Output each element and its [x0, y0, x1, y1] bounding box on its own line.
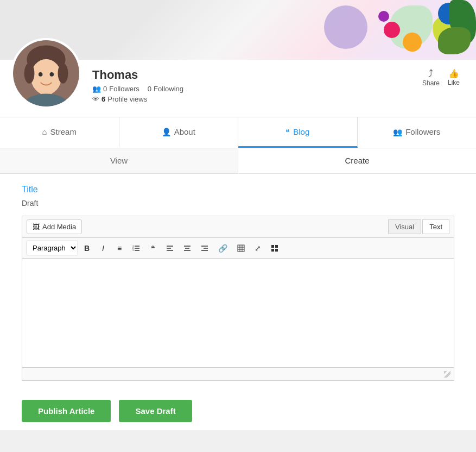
svg-rect-30	[275, 245, 278, 248]
quote-icon	[285, 127, 290, 136]
link-button[interactable]: 🔗	[214, 241, 232, 255]
followers-stat: 0 Followers	[92, 85, 139, 93]
publish-article-button[interactable]: Publish Article	[22, 400, 111, 422]
users-icon	[393, 127, 402, 136]
tab-followers[interactable]: Followers	[358, 117, 477, 148]
following-stat: 0 Following	[148, 85, 183, 93]
unordered-list-button[interactable]: ≡	[112, 241, 127, 255]
blockquote-button[interactable]: ❝	[145, 241, 161, 255]
svg-point-8	[58, 63, 68, 84]
svg-rect-32	[275, 249, 278, 252]
svg-point-5	[39, 72, 43, 77]
grid-button[interactable]	[266, 242, 283, 255]
resize-handle[interactable]	[444, 371, 450, 378]
content-area: Title Draft Add Media Visual Text	[0, 174, 476, 392]
ordered-list-button[interactable]: 123	[128, 242, 144, 255]
save-draft-label: Save Draft	[135, 406, 175, 416]
profile-actions: Share Like	[422, 68, 460, 87]
text-button[interactable]: Text	[422, 219, 449, 234]
share-button[interactable]: Share	[422, 68, 440, 87]
avatar	[11, 38, 81, 109]
views-count: 6	[101, 95, 105, 103]
sub-tab-view[interactable]: View	[0, 148, 238, 173]
sub-tab-view-label: View	[110, 156, 128, 165]
like-icon	[448, 68, 459, 79]
svg-text:3: 3	[132, 249, 134, 252]
followers-count: 0	[103, 85, 107, 93]
tab-about[interactable]: About	[119, 117, 239, 148]
editor-toolbar: Paragraph B I ≡ 123 ❝ 🔗	[22, 238, 454, 259]
align-left-button[interactable]	[162, 242, 178, 255]
bottom-actions: Publish Article Save Draft	[0, 392, 476, 430]
bold-button[interactable]: B	[79, 241, 94, 255]
text-label: Text	[429, 223, 442, 231]
tab-blog[interactable]: Blog	[238, 117, 358, 148]
following-count: 0	[148, 85, 151, 93]
editor-top-row: Add Media Visual Text	[22, 216, 454, 238]
profile-name: Thomas	[92, 68, 422, 82]
editor-footer	[22, 367, 454, 380]
home-icon	[42, 127, 47, 136]
save-draft-button[interactable]: Save Draft	[119, 400, 192, 422]
editor-body[interactable]	[22, 259, 454, 367]
tab-stream-label: Stream	[50, 127, 77, 136]
title-label[interactable]: Title	[22, 185, 454, 194]
tab-about-label: About	[174, 127, 195, 136]
following-label: Following	[154, 85, 183, 93]
editor-wrap: Add Media Visual Text Paragraph B I	[22, 216, 454, 381]
svg-point-6	[50, 72, 54, 77]
media-icon	[33, 223, 40, 231]
table-button[interactable]	[233, 242, 249, 255]
tab-stream[interactable]: Stream	[0, 117, 119, 148]
sub-tab-create[interactable]: Create	[238, 148, 476, 173]
like-button[interactable]: Like	[448, 68, 460, 86]
eye-icon	[92, 95, 99, 103]
banner-decoration	[313, 0, 476, 60]
publish-label: Publish Article	[38, 406, 94, 416]
profile-stats: 0 Followers 0 Following	[92, 85, 422, 93]
views-row: 6 Profile views	[92, 95, 422, 103]
add-media-label: Add Media	[42, 223, 76, 231]
profile-info-row: Thomas 0 Followers 0 Following 6 Profile…	[0, 60, 476, 117]
share-label: Share	[422, 79, 440, 87]
tab-blog-label: Blog	[293, 127, 309, 136]
visual-label: Visual	[395, 223, 414, 231]
svg-rect-29	[271, 245, 274, 248]
sub-tab-create-label: Create	[345, 156, 369, 165]
fullscreen-button[interactable]: ⤢	[250, 241, 265, 255]
add-media-button[interactable]: Add Media	[27, 219, 82, 234]
views-label: Profile views	[107, 95, 147, 103]
user-icon	[162, 127, 171, 136]
align-right-button[interactable]	[196, 242, 213, 255]
svg-point-2	[31, 59, 61, 95]
draft-label: Draft	[22, 199, 454, 208]
followers-label: Followers	[109, 85, 139, 93]
share-icon	[428, 68, 433, 79]
profile-details: Thomas 0 Followers 0 Following 6 Profile…	[92, 65, 422, 103]
paragraph-select[interactable]: Paragraph	[27, 241, 78, 255]
editor-view-buttons: Visual Text	[388, 219, 449, 234]
align-center-button[interactable]	[179, 242, 195, 255]
visual-button[interactable]: Visual	[388, 219, 421, 234]
sub-tabs: View Create	[0, 148, 476, 174]
tab-followers-label: Followers	[405, 127, 440, 136]
main-tabs: Stream About Blog Followers	[0, 117, 476, 148]
svg-point-7	[24, 63, 35, 84]
svg-rect-24	[238, 245, 244, 252]
people-icon	[92, 85, 101, 93]
like-label: Like	[448, 79, 460, 86]
italic-button[interactable]: I	[96, 241, 111, 255]
svg-rect-31	[271, 249, 274, 252]
